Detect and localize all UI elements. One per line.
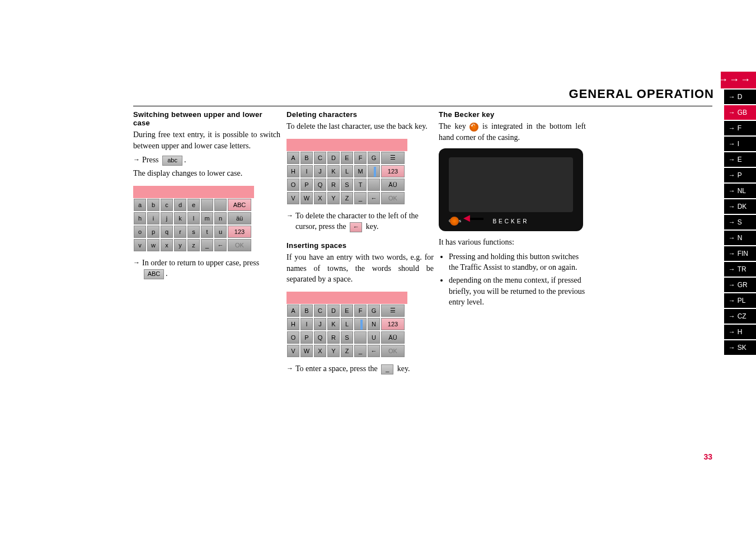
lang-tab-h[interactable]: →H	[724, 325, 756, 339]
kb-key[interactable]: ←	[368, 345, 380, 357]
kb-key[interactable]: C	[314, 305, 326, 317]
kb-key[interactable]: H	[287, 165, 299, 177]
kb-key[interactable]	[214, 199, 227, 211]
lang-tab-i[interactable]: →I	[724, 137, 756, 151]
kb-key[interactable]: W	[300, 345, 313, 357]
kb-key[interactable]: ABC	[228, 199, 251, 211]
kb-key[interactable]: W	[300, 192, 313, 204]
kb-key[interactable]: G	[368, 305, 380, 317]
kb-key[interactable]	[368, 179, 380, 191]
kb-key[interactable]: ☰	[381, 152, 405, 164]
kb-key[interactable]: B	[300, 305, 313, 317]
lang-tab-gb[interactable]: →GB	[724, 105, 756, 120]
kb-key[interactable]: y	[174, 239, 186, 251]
kb-key[interactable]: F	[354, 152, 367, 164]
kb-key[interactable]: e	[187, 199, 200, 211]
kb-key[interactable]: x	[161, 239, 173, 251]
kb-key[interactable]: z	[187, 239, 200, 251]
kb-key[interactable]: K	[327, 165, 340, 177]
lang-tab-d[interactable]: →D	[724, 90, 756, 104]
kb-key[interactable]: O	[287, 331, 299, 344]
kb-key[interactable]: 123	[381, 318, 405, 330]
kb-key[interactable]: M	[354, 165, 367, 177]
kb-key[interactable]: n	[214, 212, 227, 224]
kb-key[interactable]: J	[314, 165, 326, 177]
kb-key[interactable]: T	[354, 179, 367, 191]
kb-key[interactable]: q	[161, 226, 173, 238]
kb-key[interactable]: äü	[228, 212, 251, 224]
kb-key[interactable]: ←	[214, 239, 227, 251]
kb-key[interactable]: S	[341, 331, 353, 344]
kb-key[interactable]: Y	[327, 192, 340, 204]
back-key[interactable]: ←	[350, 222, 362, 232]
kb-key[interactable]: H	[287, 318, 299, 330]
kb-key[interactable]: A	[287, 152, 299, 164]
kb-key[interactable]: B	[300, 152, 313, 164]
kb-key[interactable]: w	[147, 239, 159, 251]
kb-key[interactable]: Q	[314, 179, 326, 191]
kb-key[interactable]	[354, 331, 367, 344]
kb-key[interactable]: Y	[327, 345, 340, 357]
kb-key[interactable]: ←	[368, 192, 380, 204]
lang-tab-sk[interactable]: →SK	[724, 340, 756, 355]
kb-key[interactable]: E	[341, 152, 353, 164]
kb-key[interactable]: v	[134, 239, 146, 251]
kb-key[interactable]: s	[187, 226, 200, 238]
kb-key[interactable]: m	[201, 212, 213, 224]
lang-tab-fin[interactable]: →FIN	[724, 246, 756, 261]
space-key[interactable]: _	[381, 364, 393, 374]
kb-key[interactable]: D	[327, 305, 340, 317]
kb-key[interactable]: F	[354, 305, 367, 317]
kb-key[interactable]: L	[341, 165, 353, 177]
kb-key[interactable]: c	[161, 199, 173, 211]
kb-key[interactable]: j	[161, 212, 173, 224]
kb-key[interactable]: N	[368, 318, 380, 330]
kb-key[interactable]: p	[147, 226, 159, 238]
lang-tab-cz[interactable]: →CZ	[724, 309, 756, 324]
kb-key[interactable]: l	[187, 212, 200, 224]
kb-key[interactable]: ÄÜ	[381, 331, 405, 344]
kb-key[interactable]: Z	[341, 192, 353, 204]
kb-key[interactable]: V	[287, 192, 299, 204]
lang-tab-tr[interactable]: →TR	[724, 262, 756, 277]
kb-key[interactable]: _	[201, 239, 213, 251]
kb-key[interactable]: d	[174, 199, 186, 211]
kb-key[interactable]	[368, 165, 380, 177]
kb-key[interactable]: A	[287, 305, 299, 317]
kb-key[interactable]: i	[147, 212, 159, 224]
kb-key[interactable]: L	[341, 318, 353, 330]
kb-key[interactable]	[201, 199, 213, 211]
lang-tab-gr[interactable]: →GR	[724, 278, 756, 292]
lang-tab-dk[interactable]: →DK	[724, 199, 756, 214]
kb-key[interactable]: OK	[381, 345, 405, 357]
lang-tab-pl[interactable]: →PL	[724, 293, 756, 308]
kb-key[interactable]: OK	[228, 239, 251, 251]
kb-key[interactable]: I	[300, 165, 313, 177]
kb-key[interactable]: t	[201, 226, 213, 238]
kb-key[interactable]: I	[300, 318, 313, 330]
kb-key[interactable]: 123	[228, 226, 251, 238]
lang-tab-e[interactable]: →E	[724, 152, 756, 167]
kb-key[interactable]: R	[327, 179, 340, 191]
abc-key[interactable]: abc	[162, 156, 182, 166]
kb-key[interactable]: ☰	[381, 305, 405, 317]
kb-key[interactable]: P	[300, 179, 313, 191]
kb-key[interactable]: ÄÜ	[381, 179, 405, 191]
upper-abc-key[interactable]: ABC	[144, 269, 164, 279]
kb-key[interactable]: P	[300, 331, 313, 344]
kb-key[interactable]: r	[174, 226, 186, 238]
kb-key[interactable]: b	[147, 199, 159, 211]
kb-key[interactable]: C	[314, 152, 326, 164]
kb-key[interactable]: Q	[314, 331, 326, 344]
kb-key[interactable]: X	[314, 192, 326, 204]
kb-key[interactable]: _	[354, 345, 367, 357]
kb-key[interactable]: X	[314, 345, 326, 357]
kb-key[interactable]: Z	[341, 345, 353, 357]
kb-key[interactable]: U	[368, 331, 380, 344]
lang-tab-n[interactable]: →N	[724, 231, 756, 245]
kb-key[interactable]: S	[341, 179, 353, 191]
kb-key[interactable]: _	[354, 192, 367, 204]
kb-key[interactable]: h	[134, 212, 146, 224]
lang-tab-f[interactable]: →F	[724, 121, 756, 135]
kb-key[interactable]: o	[134, 226, 146, 238]
